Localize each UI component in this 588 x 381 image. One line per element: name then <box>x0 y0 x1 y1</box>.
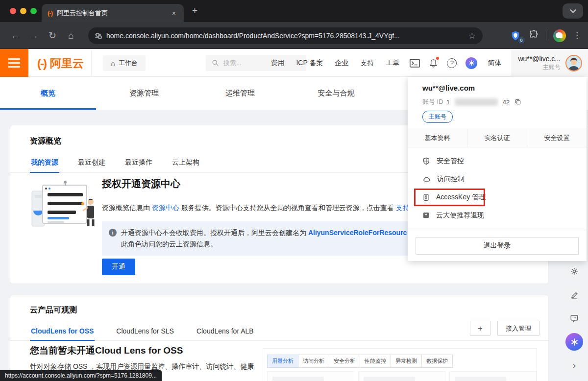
access-management-button[interactable]: 接入管理 <box>497 321 539 336</box>
reload-icon[interactable]: ↻ <box>44 22 61 49</box>
analysis-mini-tabs: 用量分析 访问分析 安全分析 性能监控 异常检测 数据保护 <box>267 355 453 368</box>
chat-support-icon[interactable] <box>565 310 583 327</box>
tab-ops-management[interactable]: 运维管理 <box>192 77 288 110</box>
placeholder-card <box>267 371 354 381</box>
shield-badge: 8 <box>518 37 525 44</box>
aliyun-logo-text: 阿里云 <box>50 56 84 71</box>
tab-real-name-verification[interactable]: 实名认证 <box>467 129 527 147</box>
new-tab-icon[interactable]: + <box>192 5 197 16</box>
activate-button[interactable]: 开通 <box>102 259 135 275</box>
toolbar-divider <box>546 31 546 41</box>
resource-center-link[interactable]: 资源中心 <box>152 204 179 212</box>
browser-tab-title: 阿里云控制台首页 <box>57 9 170 18</box>
placeholder-card <box>358 371 445 381</box>
shield-icon <box>422 157 430 165</box>
nav-item-icp[interactable]: ICP 备案 <box>296 59 323 68</box>
minitab-access-analysis[interactable]: 访问分析 <box>298 355 329 368</box>
menu-item-access-control[interactable]: 访问控制 <box>408 170 587 188</box>
subtab-cloudlens-oss[interactable]: CloudLens for OSS <box>30 323 95 340</box>
nav-item-enterprise[interactable]: 企业 <box>335 59 348 68</box>
hamburger-menu-button[interactable] <box>0 49 28 77</box>
bookmark-star-icon[interactable]: ☆ <box>468 31 476 41</box>
adblock-shield-icon[interactable]: 8 <box>510 30 522 42</box>
browser-tab[interactable]: (-) 阿里云控制台首页 × <box>42 4 184 22</box>
cloud-icon <box>422 175 431 183</box>
minitab-security-analysis[interactable]: 安全分析 <box>329 355 360 368</box>
settings-gear-icon[interactable] <box>565 262 583 280</box>
home-icon[interactable]: ⌂ <box>63 22 79 49</box>
site-settings-icon[interactable] <box>95 34 101 38</box>
dropdown-menu-items: 安全管控 访问控制 AccessKey 管理 云大使推荐返现 <box>408 152 587 224</box>
logout-button[interactable]: 退出登录 <box>416 237 579 255</box>
nav-item-billing[interactable]: 费用 <box>270 59 284 68</box>
feedback-pencil-icon[interactable] <box>565 286 583 304</box>
minitab-data-protection[interactable]: 数据保护 <box>422 355 453 368</box>
dropdown-tabs: 基本资料 实名认证 安全设置 <box>408 129 587 147</box>
tab-overview[interactable]: 概览 <box>0 77 96 110</box>
info-icon: i <box>109 229 117 237</box>
minitab-performance-monitor[interactable]: 性能监控 <box>360 355 391 368</box>
ai-assistant-icon[interactable] <box>466 57 477 69</box>
account-id-label: 账号 ID <box>422 97 443 106</box>
notification-bell-icon[interactable] <box>429 58 438 68</box>
account-id-start: 1 <box>446 98 450 106</box>
tab-security-settings[interactable]: 安全设置 <box>527 129 587 147</box>
minitab-anomaly-detection[interactable]: 异常检测 <box>391 355 422 368</box>
menu-item-cloud-ambassador[interactable]: 云大使推荐返现 <box>408 206 587 224</box>
user-email: wu**@live.c... <box>518 54 561 63</box>
extensions-icon[interactable] <box>529 29 539 42</box>
workbench-button[interactable]: ⌂ 工作台 <box>103 55 146 71</box>
console-header: (-) 阿里云 ⌂ 工作台 搜索... 费用 ICP 备案 企业 支持 工单 ? <box>0 49 588 77</box>
browser-profile-avatar[interactable] <box>553 29 566 42</box>
account-menu-trigger[interactable]: wu**@live.c... 主账号 <box>511 49 588 77</box>
subtab-cloudlens-alb[interactable]: CloudLens for ALB <box>196 323 255 340</box>
service-role-link[interactable]: AliyunServiceRoleForResourc <box>308 229 407 237</box>
main-account-badge: 主账号 <box>422 111 453 123</box>
tab-security-compliance[interactable]: 安全与合规 <box>288 77 384 110</box>
traffic-light-close[interactable] <box>10 8 16 14</box>
user-role-label: 主账号 <box>518 63 561 71</box>
nav-item-support[interactable]: 支持 <box>360 59 374 68</box>
cloudlens-headline: 您当前暂未开通Cloud Lens for OSS <box>30 344 183 357</box>
cloudlens-preview-panel: 用量分析 访问分析 安全分析 性能监控 异常检测 数据保护 <box>263 348 537 381</box>
account-id-row: 账号 ID 1 42 <box>422 97 521 106</box>
account-id-end: 42 <box>503 98 510 106</box>
workbench-label: 工作台 <box>119 59 138 68</box>
traffic-light-minimize[interactable] <box>20 8 26 14</box>
toolbar-right: 8 ⋮ <box>510 22 588 49</box>
tab-resource-management[interactable]: 资源管理 <box>96 77 192 110</box>
tab-basic-profile[interactable]: 基本资料 <box>408 129 467 147</box>
menu-item-accesskey-management[interactable]: AccessKey 管理 <box>408 188 587 206</box>
ai-assistant-float-icon[interactable] <box>565 333 583 351</box>
subtab-cloud-architecture[interactable]: 云上架构 <box>171 154 200 172</box>
nav-item-ticket[interactable]: 工单 <box>386 59 399 68</box>
subtab-my-resources[interactable]: 我的资源 <box>30 154 59 172</box>
subtab-cloudlens-sls[interactable]: CloudLens for SLS <box>115 323 175 340</box>
add-lens-button[interactable]: + <box>470 321 490 336</box>
menu-item-security-control[interactable]: 安全管控 <box>408 152 587 170</box>
traffic-light-zoom[interactable] <box>30 8 37 14</box>
minitab-usage-analysis[interactable]: 用量分析 <box>267 355 298 368</box>
screen: (-) 阿里云控制台首页 × + ← → ↻ ⌂ home.console.al… <box>0 0 588 381</box>
chevron-down-icon <box>570 7 576 13</box>
tab-search-button[interactable] <box>563 3 583 19</box>
language-switch[interactable]: 简体 <box>488 59 501 68</box>
url-bar[interactable]: home.console.aliyun.com/home/dashboard/P… <box>88 27 483 44</box>
aliyun-logo[interactable]: (-) 阿里云 <box>37 56 84 71</box>
dropdown-email: wu**@live.com <box>422 84 475 92</box>
terminal-icon[interactable] <box>410 59 420 68</box>
forward-icon[interactable]: → <box>25 22 42 49</box>
help-icon[interactable]: ? <box>447 58 457 68</box>
close-tab-icon[interactable]: × <box>170 9 178 17</box>
search-icon <box>212 59 219 67</box>
subtab-recently-created[interactable]: 最近创建 <box>77 154 106 172</box>
back-icon[interactable]: ← <box>7 22 24 49</box>
copy-icon[interactable] <box>514 98 521 105</box>
user-avatar[interactable] <box>565 55 582 71</box>
account-dropdown: wu**@live.com 账号 ID 1 42 主账号 基本资料 实名认证 安… <box>408 77 587 261</box>
cloudlens-card: 云产品可观测 CloudLens for OSS CloudLens for S… <box>10 295 549 381</box>
subtab-recent-actions[interactable]: 最近操作 <box>124 154 153 172</box>
search-placeholder: 搜索... <box>223 59 242 68</box>
collapse-chevron-icon[interactable]: › <box>565 357 583 374</box>
browser-menu-icon[interactable]: ⋮ <box>573 30 581 41</box>
